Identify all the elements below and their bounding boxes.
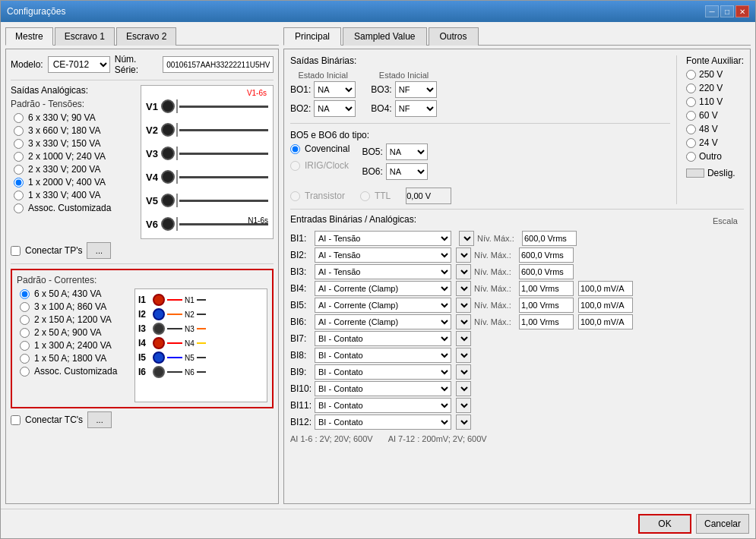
close-button[interactable]: ✕	[735, 5, 749, 17]
corrente-option-2[interactable]: 2 x 150 A; 1200 VA	[20, 314, 128, 325]
fonte-220[interactable]: 220 V	[686, 83, 744, 93]
bi5-escala-input[interactable]	[578, 298, 633, 313]
bi8-select[interactable]: BI - Contato	[315, 348, 451, 363]
bi3-select[interactable]: AI - Tensão	[315, 264, 451, 279]
bi10-dropdown[interactable]: ▼	[456, 381, 471, 396]
bo2-select[interactable]: NANF	[314, 100, 356, 117]
bo5-row: BO5: NANF	[362, 143, 427, 160]
bi4-niv-input[interactable]	[519, 281, 574, 296]
bi3-dropdown[interactable]: ▼	[456, 264, 471, 279]
ok-button[interactable]: OK	[638, 514, 691, 534]
bi10-select[interactable]: BI - Contato	[315, 381, 451, 396]
bi12-dropdown[interactable]: ▼	[456, 414, 471, 430]
i1-circle	[153, 294, 165, 306]
bi6-dropdown[interactable]: ▼	[456, 314, 471, 329]
bi5-select[interactable]: AI - Corrente (Clamp)	[315, 298, 451, 313]
fonte-outro[interactable]: Outro	[686, 151, 744, 162]
bi6-row: BI6: AI - Corrente (Clamp) ▼ Nív. Máx.:	[290, 314, 744, 329]
bi4-select[interactable]: AI - Corrente (Clamp)	[315, 281, 451, 296]
minimize-button[interactable]: ─	[705, 5, 719, 17]
bi8-dropdown[interactable]: ▼	[456, 348, 471, 363]
bi5-dropdown[interactable]: ▼	[456, 298, 471, 313]
bi4-row: BI4: AI - Corrente (Clamp) ▼ Nív. Máx.:	[290, 281, 744, 296]
bi6-escala-input[interactable]	[578, 314, 633, 329]
bi7-select[interactable]: BI - Contato	[315, 331, 451, 346]
tensao-option-3[interactable]: 2 x 1000 V; 240 VA	[14, 151, 134, 162]
bo4-row: BO4: NANF	[371, 100, 436, 117]
bi1-select[interactable]: AI - Tensão	[315, 231, 451, 246]
radio-convencional[interactable]: Covencinal	[290, 143, 350, 154]
corrente-option-0[interactable]: 6 x 50 A; 430 VA	[20, 288, 128, 299]
bi7-dropdown[interactable]: ▼	[456, 331, 471, 346]
fonte-48[interactable]: 48 V	[686, 124, 744, 134]
tab-escravo2[interactable]: Escravo 2	[116, 27, 176, 46]
tensao-option-6[interactable]: 1 x 330 V; 400 VA	[14, 190, 134, 200]
bi2-select[interactable]: AI - Tensão	[315, 247, 451, 263]
tensao-option-5[interactable]: 1 x 2000 V; 400 VA	[14, 177, 134, 188]
bo4-select[interactable]: NANF	[395, 100, 437, 117]
corrente-option-1[interactable]: 3 x 100 A; 860 VA	[20, 301, 128, 312]
bi1-niv-input[interactable]	[522, 231, 577, 246]
bi11-select[interactable]: BI - Contato	[315, 398, 451, 413]
bi11-row: BI11: BI - Contato ▼	[290, 398, 744, 413]
entradas-section: Entradas Binárias / Analógicas: Escala B…	[290, 214, 744, 443]
bi6-niv-input[interactable]	[519, 314, 574, 329]
correntes-radio-group: 6 x 50 A; 430 VA 3 x 100 A; 860 VA 2 x 1…	[20, 288, 128, 377]
fonte-deslig[interactable]: Deslig.	[686, 168, 744, 178]
n16-label: N1-6s	[248, 216, 268, 225]
tensao-option-4[interactable]: 2 x 330 V; 200 VA	[14, 164, 134, 175]
tensao-option-2[interactable]: 3 x 330 V; 150 VA	[14, 138, 134, 149]
bo6-select[interactable]: NANF	[386, 163, 428, 180]
saidas-section: Saídas Analógicas: Padrão - Tensões: 6 x…	[11, 85, 274, 239]
tensao-option-1[interactable]: 3 x 660 V; 180 VA	[14, 125, 134, 136]
bi3-row: BI3: AI - Tensão ▼ Nív. Máx.:	[290, 264, 744, 279]
fonte-60[interactable]: 60 V	[686, 110, 744, 121]
bo1-select[interactable]: NANF	[314, 81, 356, 98]
bi9-select[interactable]: BI - Contato	[315, 364, 451, 380]
corrente-option-4[interactable]: 1 x 300 A; 2400 VA	[20, 340, 128, 351]
num-serie-input[interactable]	[163, 56, 274, 73]
bi3-niv-input[interactable]	[519, 264, 574, 279]
bi4-dropdown[interactable]: ▼	[456, 281, 471, 296]
conectar-tcs-btn[interactable]: ...	[87, 411, 112, 428]
bi2-niv-input[interactable]	[519, 247, 574, 263]
corrente-option-5[interactable]: 1 x 50 A; 1800 VA	[20, 353, 128, 364]
bo3-select[interactable]: NANF	[395, 81, 437, 98]
radio-irig[interactable]: IRIG/Clock	[290, 160, 350, 171]
tab-sampled-value[interactable]: Sampled Value	[343, 27, 427, 46]
bi5-label: BI5:	[290, 300, 312, 310]
bo5-select[interactable]: NANF	[386, 143, 428, 160]
i6-circle	[153, 366, 165, 378]
bi4-escala-input[interactable]	[578, 281, 633, 296]
voltage-terminals: V1 V2	[146, 96, 268, 234]
tab-escravo1[interactable]: Escravo 1	[55, 27, 115, 46]
corrente-option-3[interactable]: 2 x 50 A; 900 VA	[20, 327, 128, 338]
conectar-tps-btn[interactable]: ...	[87, 242, 111, 259]
conectar-tcs-checkbox[interactable]	[11, 415, 21, 425]
bi9-dropdown[interactable]: ▼	[456, 364, 471, 380]
transistor-label: Transistor	[305, 191, 345, 201]
radio-transistor[interactable]: Transistor	[290, 191, 345, 201]
i5-row: I5 N5	[138, 351, 264, 364]
cancel-button[interactable]: Cancelar	[696, 514, 749, 534]
conectar-tps-checkbox[interactable]	[11, 246, 21, 256]
modelo-select[interactable]: CE-7012	[48, 56, 110, 73]
corrente-option-6[interactable]: Assoc. Customizada	[20, 366, 128, 377]
fonte-110[interactable]: 110 V	[686, 96, 744, 107]
fonte-250[interactable]: 250 V	[686, 69, 744, 80]
radio-ttl[interactable]: TTL	[360, 191, 391, 201]
bi1-dropdown[interactable]: ▼	[459, 231, 474, 246]
tensao-option-0[interactable]: 6 x 330 V; 90 VA	[14, 112, 134, 123]
bi11-dropdown[interactable]: ▼	[456, 398, 471, 413]
bi5-niv-input[interactable]	[519, 298, 574, 313]
maximize-button[interactable]: □	[720, 5, 734, 17]
bi2-dropdown[interactable]: ▼	[456, 247, 471, 263]
tab-mestre[interactable]: Mestre	[5, 27, 53, 46]
tensao-option-7[interactable]: Assoc. Customizada	[14, 203, 134, 213]
bi5-niv-label: Nív. Máx.:	[474, 301, 516, 310]
bi6-select[interactable]: AI - Corrente (Clamp)	[315, 314, 451, 329]
bi12-select[interactable]: BI - Contato	[315, 414, 451, 430]
tab-principal[interactable]: Principal	[283, 27, 341, 46]
tab-outros[interactable]: Outros	[429, 27, 479, 46]
fonte-24[interactable]: 24 V	[686, 137, 744, 148]
